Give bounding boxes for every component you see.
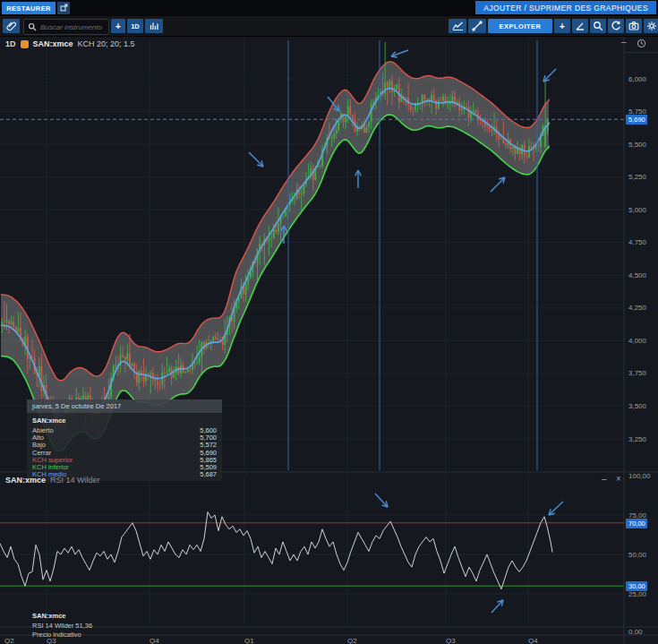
snapshot-button[interactable] xyxy=(626,19,642,33)
popout-button[interactable] xyxy=(57,2,70,14)
rsi-tick-label: 50,00 xyxy=(628,551,647,559)
gear-icon xyxy=(646,21,657,31)
link-charts-button[interactable] xyxy=(3,19,20,33)
settings-button[interactable] xyxy=(644,19,658,33)
search-icon xyxy=(24,19,38,35)
price-tick-label: 4,250 xyxy=(628,304,647,312)
symbol-label: SAN:xmce xyxy=(33,39,73,48)
rsi-oversold-badge: 30,00 xyxy=(626,581,647,591)
rsi-tick-label: 100,00 xyxy=(628,472,651,480)
external-link-icon xyxy=(60,4,68,13)
price-tick-label: 6,000 xyxy=(628,75,647,83)
window-titlebar: RESTAURER AJOUTER / SUPRIMER DES GRAPHIQ… xyxy=(0,0,658,16)
refresh-icon xyxy=(611,21,621,31)
rsi-minimize-button[interactable]: – xyxy=(602,475,607,484)
indicator-label: KCH 20; 20; 1.5 xyxy=(78,39,135,48)
chart-toolbar: + 1D EXPLOITER + xyxy=(0,16,658,37)
price-tick-label: 4,750 xyxy=(628,238,647,246)
time-tick-label: Q1 xyxy=(244,637,254,644)
search-input[interactable] xyxy=(38,22,108,32)
rsi-legend-symbol: SAN:xmce xyxy=(32,612,92,621)
price-tick-label: 4,500 xyxy=(628,271,647,279)
paperclip-icon xyxy=(6,21,17,31)
chart-style-button[interactable] xyxy=(145,19,163,33)
price-tick-label: 5,250 xyxy=(628,173,647,181)
time-tick-label: Q2 xyxy=(4,637,14,644)
time-tick-label: Q3 xyxy=(446,637,456,644)
clock-icon xyxy=(637,36,646,52)
rsi-legend-note: Precio indicativo xyxy=(32,631,92,640)
price-tick-label: 5,500 xyxy=(628,141,647,149)
time-tick-label: Q4 xyxy=(150,637,159,644)
angle-icon xyxy=(575,21,585,31)
chart-canvas[interactable]: 6,0005,7505,5005,2505,0004,7504,5004,250… xyxy=(0,0,658,644)
price-tick-label: 3,500 xyxy=(628,402,647,410)
magnifier-icon xyxy=(593,21,603,31)
bars-icon xyxy=(149,21,159,31)
rsi-legend: SAN:xmce RSI 14 Wilder 51,36 Precio indi… xyxy=(32,612,92,640)
main-chart-header: 1D SAN:xmce KCH 20; 20; 1.5 xyxy=(5,39,135,48)
price-tick-label: 3,750 xyxy=(628,369,647,377)
overlay-chart-button[interactable] xyxy=(449,19,466,33)
main-chart-minimize-button[interactable]: – xyxy=(621,38,627,47)
price-tick-label: 3,250 xyxy=(628,435,647,443)
price-tick-label: 4,000 xyxy=(628,337,647,345)
add-instrument-button[interactable]: + xyxy=(111,19,125,33)
explore-button[interactable]: EXPLOITER xyxy=(488,19,552,33)
axis-clock-box[interactable] xyxy=(625,36,658,53)
rsi-indicator-label: RSI 14 Wilder xyxy=(50,476,100,485)
price-tick-label: 5,000 xyxy=(628,206,647,214)
camera-icon xyxy=(628,21,639,31)
rsi-symbol-label: SAN:xmce xyxy=(5,476,46,485)
rsi-overbought-badge: 70,00 xyxy=(626,519,647,528)
angle-tool-button[interactable] xyxy=(572,19,588,33)
time-tick-label: Q4 xyxy=(528,637,538,644)
area-chart-icon xyxy=(452,21,464,31)
add-drawing-button[interactable]: + xyxy=(554,19,570,33)
timeframe-button[interactable]: 1D xyxy=(127,19,143,33)
trading-app: { "window": { "restore_label": "RESTAURE… xyxy=(0,0,658,644)
trendline-tool-button[interactable] xyxy=(468,19,486,33)
rsi-legend-value: RSI 14 Wilder 51,36 xyxy=(32,623,92,631)
restore-button[interactable]: RESTAURER xyxy=(2,2,56,14)
rsi-panel-header: SAN:xmce RSI 14 Wilder xyxy=(5,476,100,485)
timeframe-label: 1D xyxy=(5,39,16,48)
rsi-close-button[interactable]: × xyxy=(616,475,621,484)
zoom-button[interactable] xyxy=(590,19,606,33)
refresh-button[interactable] xyxy=(608,19,624,33)
add-remove-charts-button[interactable]: AJOUTER / SUPRIMER DES GRAPHIQUES xyxy=(475,1,656,14)
instrument-logo xyxy=(21,40,29,48)
time-tick-label: Q2 xyxy=(347,637,357,644)
trendline-icon xyxy=(472,21,483,31)
current-price-badge: 5,690 xyxy=(626,115,647,125)
instrument-search[interactable] xyxy=(23,19,109,35)
